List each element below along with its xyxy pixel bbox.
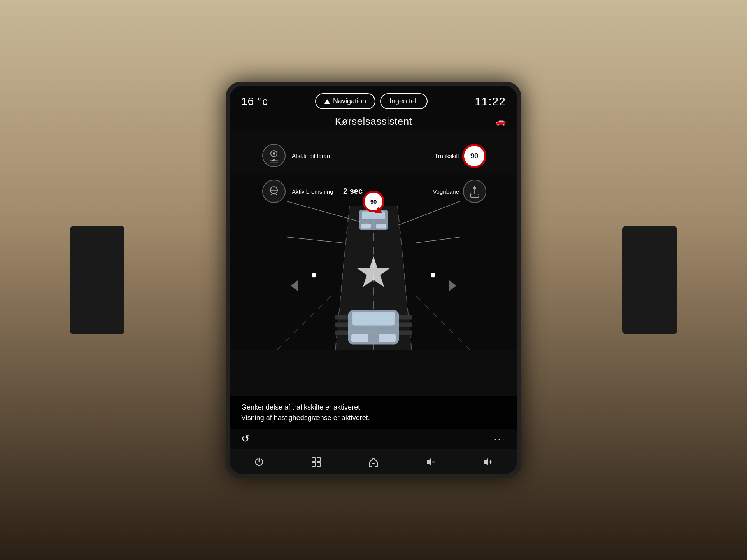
svg-marker-47: [427, 458, 431, 466]
more-options-button[interactable]: ···: [494, 434, 506, 444]
svg-rect-28: [354, 313, 393, 324]
trafikskilt-speed-icon: 90: [462, 144, 486, 168]
svg-marker-49: [484, 458, 488, 466]
back-button[interactable]: ↺: [241, 433, 250, 445]
aktiv-bremsning-icon: [262, 180, 286, 203]
vent-right: [622, 226, 677, 334]
svg-rect-43: [312, 458, 316, 461]
svg-point-18: [431, 273, 435, 278]
svg-rect-46: [317, 463, 321, 466]
svg-text:zs: zs: [272, 158, 276, 161]
speed-warning-triangle: [374, 207, 382, 213]
vognbane-icon: [463, 180, 486, 203]
dashboard-background: 16 °c Navigation Ingen tel. 11:22 Kørsel…: [0, 0, 747, 560]
volume-up-button[interactable]: [478, 454, 498, 470]
vent-left: [70, 226, 124, 334]
svg-rect-26: [351, 334, 368, 342]
phone-button[interactable]: Ingen tel.: [380, 93, 428, 109]
svg-point-30: [273, 152, 275, 155]
temperature-display: 16 °c: [241, 95, 268, 108]
svg-rect-22: [376, 224, 386, 229]
driving-view: zs 90: [230, 129, 517, 396]
svg-point-17: [312, 273, 316, 278]
navigation-button[interactable]: Navigation: [315, 93, 375, 109]
info-text-bar: Genkendelse af trafikskilte er aktiveret…: [230, 396, 517, 429]
clock-display: 11:22: [475, 95, 506, 108]
svg-rect-27: [379, 334, 396, 342]
aktiv-label: Aktiv bremsning: [292, 188, 333, 195]
navigation-arrow-icon: [324, 99, 330, 104]
svg-rect-38: [470, 194, 479, 197]
tablet-device: 16 °c Navigation Ingen tel. 11:22 Kørsel…: [226, 82, 521, 478]
bottom-nav-bar: ↺ ···: [230, 429, 517, 449]
page-title: Kørselsassistent: [335, 116, 412, 128]
vognbane-label: Vognbane: [433, 188, 459, 195]
car-status-icon: 🚗: [495, 116, 506, 126]
svg-rect-45: [312, 463, 316, 466]
info-line-1: Genkendelse af trafikskilte er aktiveret…: [241, 402, 506, 413]
trafikskilt-label: Trafikskilt: [435, 152, 459, 159]
svg-rect-21: [361, 224, 371, 229]
bottom-function-bar: [230, 449, 517, 474]
info-line-2: Visning af hastighedsgrænse er aktiveret…: [241, 413, 506, 423]
aktiv-value: 2 sec: [343, 187, 363, 196]
afst-label: Afst.til bil foran: [292, 152, 330, 159]
grid-button[interactable]: [307, 454, 326, 470]
page-title-bar: Kørselsassistent 🚗: [230, 113, 517, 129]
svg-marker-40: [473, 186, 476, 189]
power-button[interactable]: [249, 454, 269, 470]
svg-rect-44: [317, 458, 321, 461]
top-bar: 16 °c Navigation Ingen tel. 11:22: [230, 86, 517, 113]
screen: 16 °c Navigation Ingen tel. 11:22 Kørsel…: [230, 86, 517, 474]
afst-icon: zs: [262, 144, 286, 167]
top-buttons: Navigation Ingen tel.: [315, 93, 428, 109]
volume-down-button[interactable]: [421, 454, 440, 470]
home-button[interactable]: [364, 454, 383, 470]
nav-divider-left: [250, 433, 250, 445]
